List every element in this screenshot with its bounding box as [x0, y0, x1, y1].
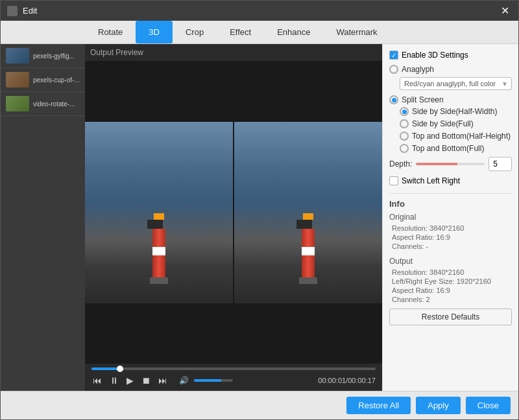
tab-effect[interactable]: Effect: [217, 21, 264, 43]
split-label-1: Side by Side(Full): [412, 119, 474, 128]
tab-enhance[interactable]: Enhance: [264, 21, 323, 43]
switch-left-right-label: Switch Left Right: [402, 176, 460, 185]
split-options: Side by Side(Half-Width) Side by Side(Fu…: [400, 107, 512, 153]
output-eye-size: Left/Right Eye Size: 1920*2160: [392, 277, 512, 285]
split-option-2: Top and Bottom(Half-Height): [400, 132, 512, 141]
close-icon[interactable]: ✕: [498, 5, 512, 17]
split-label-0: Side by Side(Half-Width): [412, 107, 497, 116]
split-radio-3[interactable]: [400, 144, 409, 153]
edit-window: Edit ✕ Rotate 3D Crop Effect Enhance Wat…: [0, 0, 519, 420]
split-radio-1[interactable]: [400, 119, 409, 128]
sidebar-item-2[interactable]: video-rotate-...: [1, 92, 85, 116]
progress-fill: [91, 368, 120, 370]
sidebar-label-1: pexels-cup-of-...: [33, 76, 80, 84]
volume-icon: 🔊: [179, 376, 189, 385]
original-resolution: Resolution: 3840*2160: [392, 224, 512, 232]
original-aspect: Aspect Ratio: 16:9: [392, 233, 512, 241]
restore-defaults-button[interactable]: Restore Defaults: [389, 309, 512, 325]
split-screen-radio[interactable]: [389, 95, 398, 104]
output-title: Output: [389, 257, 512, 266]
depth-label: Depth:: [389, 159, 412, 169]
info-section: Info Original Resolution: 3840*2160 Aspe…: [389, 193, 512, 303]
lighthouse-left: [150, 213, 168, 284]
window-title: Edit: [23, 6, 37, 16]
split-option-0: Side by Side(Half-Width): [400, 107, 512, 116]
controls-row: ⏮ ⏸ ▶ ⏹ ⏭ 🔊 00:00:01/00:00:17: [91, 374, 376, 387]
sidebar-thumb-0: [6, 48, 29, 64]
depth-slider[interactable]: [416, 163, 485, 165]
enable-3d-row: ✓ Enable 3D Settings: [389, 51, 512, 60]
depth-row: Depth:: [389, 157, 512, 171]
output-channels: Channels: 2: [392, 296, 512, 303]
split-radio-0[interactable]: [400, 107, 409, 116]
sidebar-label-2: video-rotate-...: [33, 100, 75, 108]
playback-bar: ⏮ ⏸ ▶ ⏹ ⏭ 🔊 00:00:01/00:00:17: [85, 364, 382, 391]
tab-crop[interactable]: Crop: [173, 21, 217, 43]
split-label-3: Top and Bottom(Full): [412, 144, 484, 153]
original-title: Original: [389, 213, 512, 222]
split-screen-label: Split Screen: [402, 95, 444, 104]
play-button[interactable]: ▶: [125, 374, 135, 387]
pause-button[interactable]: ⏸: [108, 374, 120, 387]
tab-3d[interactable]: 3D: [136, 21, 173, 43]
restore-all-button[interactable]: Restore All: [346, 397, 411, 414]
sidebar-thumb-1: [6, 72, 29, 88]
tab-bar: Rotate 3D Crop Effect Enhance Watermark: [1, 21, 518, 44]
sidebar-item-1[interactable]: pexels-cup-of-...: [1, 68, 85, 92]
main-content: pexels-gylfig... pexels-cup-of-... video…: [1, 44, 518, 391]
output-resolution: Resolution: 3840*2160: [392, 268, 512, 276]
close-button[interactable]: Close: [466, 397, 511, 414]
anaglyph-dropdown-wrap: Red/cyan anaglyph, full color ▼: [400, 77, 512, 90]
progress-thumb: [117, 366, 123, 372]
anaglyph-dropdown[interactable]: Red/cyan anaglyph, full color: [400, 77, 512, 90]
split-radio-2[interactable]: [400, 132, 409, 141]
enable-3d-label: Enable 3D Settings: [402, 51, 468, 60]
split-screen-row: Split Screen: [389, 95, 512, 104]
split-option-3: Top and Bottom(Full): [400, 144, 512, 153]
output-preview-label: Output Preview: [85, 44, 382, 61]
title-bar: Edit ✕: [1, 1, 518, 21]
anaglyph-radio[interactable]: [389, 65, 398, 74]
apply-button[interactable]: Apply: [416, 397, 461, 414]
bottom-bar: Restore All Apply Close: [1, 391, 518, 419]
progress-bar[interactable]: [91, 368, 376, 370]
switch-left-right-checkbox[interactable]: [389, 176, 398, 185]
tab-rotate[interactable]: Rotate: [85, 21, 136, 43]
sidebar: pexels-gylfig... pexels-cup-of-... video…: [1, 44, 85, 391]
sidebar-thumb-2: [6, 96, 29, 111]
settings-panel: ✓ Enable 3D Settings Anaglyph Red/cyan a…: [382, 44, 518, 391]
volume-slider[interactable]: [194, 379, 233, 382]
skip-forward-button[interactable]: ⏭: [157, 374, 169, 387]
tab-watermark[interactable]: Watermark: [323, 21, 390, 43]
split-option-1: Side by Side(Full): [400, 119, 512, 128]
split-label-2: Top and Bottom(Half-Height): [412, 132, 511, 141]
depth-input[interactable]: [489, 157, 512, 171]
anaglyph-label: Anaglyph: [402, 65, 434, 74]
lighthouse-right: [299, 213, 317, 284]
stop-button[interactable]: ⏹: [140, 374, 152, 387]
video-container: [85, 61, 382, 364]
info-title: Info: [389, 199, 512, 209]
sidebar-item-0[interactable]: pexels-gylfig...: [1, 44, 85, 68]
time-display: 00:00:01/00:00:17: [318, 377, 376, 384]
skip-back-button[interactable]: ⏮: [91, 374, 103, 387]
video-right: [234, 122, 382, 303]
video-left: [85, 122, 233, 303]
sidebar-label-0: pexels-gylfig...: [33, 52, 75, 60]
output-aspect: Aspect Ratio: 16:9: [392, 286, 512, 294]
enable-3d-checkbox[interactable]: ✓: [389, 51, 398, 60]
app-icon: [7, 6, 18, 16]
switch-left-right-row: Switch Left Right: [389, 176, 512, 185]
preview-area: Output Preview: [85, 44, 382, 391]
split-video: [85, 61, 382, 364]
title-bar-left: Edit: [7, 6, 37, 16]
anaglyph-row: Anaglyph: [389, 65, 512, 74]
original-channels: Channels: -: [392, 242, 512, 250]
